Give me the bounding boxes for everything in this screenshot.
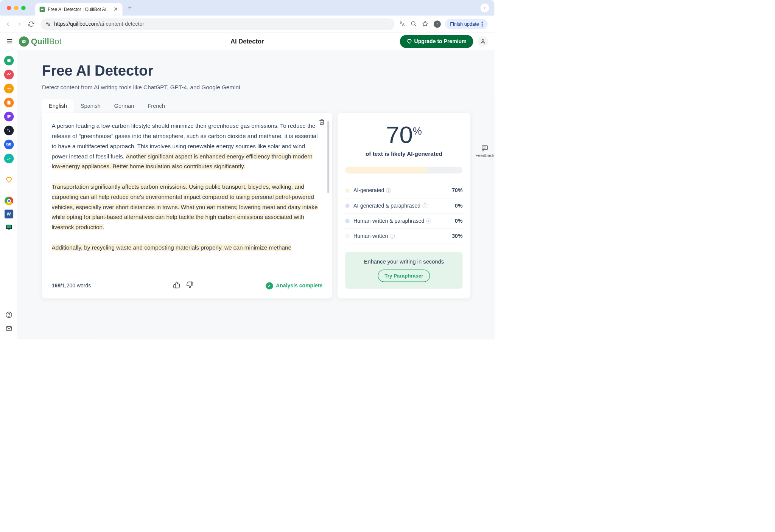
site-settings-icon[interactable]	[45, 21, 51, 26]
window-controls	[2, 6, 30, 10]
quillbot-logo[interactable]: QuillBot	[19, 36, 62, 47]
account-icon[interactable]	[478, 36, 488, 47]
browser-tab[interactable]: Free AI Detector | QuillBot AI ✕	[35, 3, 122, 16]
breakdown-ai: AI-generated i 70%	[345, 183, 462, 198]
dot-ai-paraphrased	[345, 203, 349, 208]
back-button[interactable]	[4, 20, 11, 28]
svg-point-9	[481, 23, 482, 25]
result-progress-fill	[345, 167, 427, 174]
svg-line-6	[415, 25, 416, 26]
rail-chrome-icon[interactable]	[5, 197, 13, 205]
tabs-dropdown-button[interactable]	[481, 3, 489, 12]
page-title: Free AI Detector	[42, 62, 470, 79]
svg-rect-23	[6, 225, 11, 229]
result-label: of text is likely AI-generated	[345, 150, 462, 157]
svg-rect-18	[7, 59, 10, 62]
close-tab-icon[interactable]: ✕	[114, 6, 118, 13]
rail-help-icon[interactable]	[5, 312, 12, 320]
enhance-text: Enhance your writing in seconds	[352, 259, 456, 265]
breakdown-human-paraphrased: Human-written & paraphrased i 0%	[345, 214, 462, 229]
diamond-icon	[406, 39, 412, 44]
rail-paraphraser-icon[interactable]	[4, 56, 14, 65]
breakdown-human: Human-written i 30%	[345, 229, 462, 244]
svg-point-5	[411, 22, 415, 25]
scrollbar[interactable]	[327, 121, 329, 193]
enhance-box: Enhance your writing in seconds Try Para…	[345, 252, 462, 289]
svg-point-15	[23, 41, 23, 42]
rail-premium-icon[interactable]	[4, 175, 14, 185]
rail-flow-icon[interactable]	[4, 154, 14, 163]
maximize-window-button[interactable]	[21, 6, 25, 10]
content: Free AI Detector Detect content from AI …	[18, 50, 494, 339]
thumbs-up-icon[interactable]	[173, 281, 180, 290]
rail-plagiarism-icon[interactable]	[4, 98, 14, 107]
rail-grammar-icon[interactable]	[4, 70, 14, 79]
forward-button[interactable]	[16, 20, 23, 28]
word-count: 169/1,200 words	[52, 282, 91, 289]
svg-marker-7	[423, 21, 428, 26]
feedback-icon	[481, 144, 489, 152]
url-text: https://quillbot.com/ai-content-detector	[54, 21, 144, 27]
logo-icon	[19, 36, 29, 47]
clear-text-icon[interactable]	[319, 119, 325, 127]
rail-ai-detector-icon[interactable]	[4, 84, 14, 93]
check-icon: ✓	[266, 282, 273, 289]
upgrade-button[interactable]: Upgrade to Premium	[400, 35, 473, 48]
zoom-icon[interactable]	[411, 20, 418, 28]
analysis-status: ✓ Analysis complete	[266, 282, 322, 289]
minimize-window-button[interactable]	[14, 6, 18, 10]
main-area: 99 W Free AI Detector Detect content fro…	[0, 50, 495, 339]
breakdown-ai-paraphrased: AI-generated & paraphrased i 0%	[345, 198, 462, 213]
finish-update-button[interactable]: Finish update	[445, 19, 487, 29]
rail-citation-icon[interactable]: 99	[4, 140, 14, 149]
para2-highlight: Transportation significantly affects car…	[52, 183, 318, 230]
rail-word-icon[interactable]: W	[5, 209, 13, 218]
results-panel: 70% of text is likely AI-generated AI-ge…	[338, 113, 470, 298]
feedback-button[interactable]: Feedback	[475, 144, 494, 158]
info-icon[interactable]: i	[422, 203, 427, 208]
svg-rect-14	[22, 40, 26, 42]
svg-rect-1	[46, 23, 48, 23]
editor-panel: A person leading a low-carbon lifestyle …	[42, 113, 332, 298]
close-window-button[interactable]	[7, 6, 11, 10]
editor-footer: 169/1,200 words ✓ Analysis complete	[52, 281, 323, 290]
tab-spanish[interactable]: Spanish	[74, 99, 107, 113]
rail-desktop-icon[interactable]	[4, 223, 14, 233]
new-tab-button[interactable]: +	[128, 4, 132, 12]
rail-translator-icon[interactable]	[4, 126, 14, 135]
svg-point-17	[482, 39, 484, 41]
browser-tab-bar: Free AI Detector | QuillBot AI ✕ +	[0, 0, 495, 16]
tab-german[interactable]: German	[107, 99, 141, 113]
info-icon[interactable]: i	[386, 188, 391, 193]
page-subtitle: Detect content from AI writing tools lik…	[42, 84, 470, 91]
dot-ai	[345, 188, 349, 192]
rail-divider	[4, 169, 14, 169]
logo-text: QuillBot	[31, 37, 62, 46]
rail-mail-icon[interactable]	[5, 325, 12, 333]
menu-icon[interactable]	[6, 38, 14, 45]
result-progress-bar	[345, 167, 462, 174]
para3-highlight: Additionally, by recycling waste and com…	[52, 244, 291, 251]
app-header: QuillBot AI Detector Upgrade to Premium	[0, 33, 495, 50]
rail-divider-2	[4, 191, 14, 191]
rail-summarizer-icon[interactable]	[4, 112, 14, 121]
result-percent: 70%	[345, 122, 462, 146]
thumbs-down-icon[interactable]	[186, 281, 193, 290]
bookmark-icon[interactable]	[422, 20, 429, 28]
editor-text[interactable]: A person leading a low-carbon lifestyle …	[52, 121, 323, 263]
address-bar[interactable]: https://quillbot.com/ai-content-detector	[40, 18, 394, 30]
try-paraphraser-button[interactable]: Try Paraphraser	[378, 270, 430, 282]
dot-human	[345, 234, 349, 238]
translate-icon[interactable]	[399, 20, 406, 28]
svg-point-16	[24, 41, 25, 42]
page-header-title: AI Detector	[230, 38, 264, 45]
info-icon[interactable]: i	[426, 219, 431, 223]
profile-avatar[interactable]: r	[434, 20, 441, 28]
left-rail: 99 W	[0, 50, 18, 339]
reload-button[interactable]	[28, 20, 35, 28]
info-icon[interactable]: i	[390, 234, 395, 239]
tab-favicon	[40, 7, 45, 12]
svg-rect-29	[482, 146, 487, 149]
tab-english[interactable]: English	[42, 99, 74, 113]
tab-french[interactable]: French	[141, 99, 171, 113]
